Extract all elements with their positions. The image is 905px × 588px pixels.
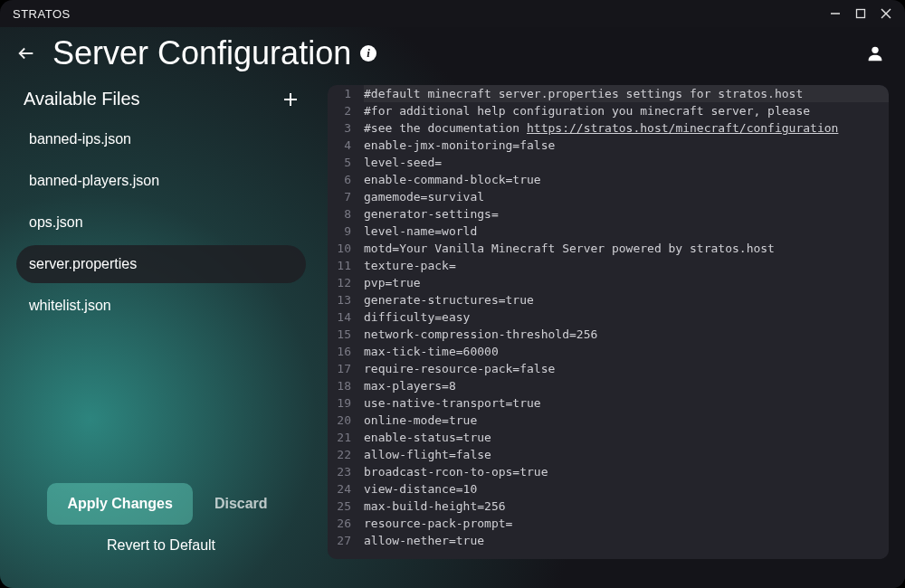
line-content[interactable]: max-build-height=256	[364, 498, 889, 515]
user-icon[interactable]	[865, 43, 887, 65]
code-editor[interactable]: 1#default minecraft server.properties se…	[328, 85, 889, 559]
editor-line[interactable]: 5level-seed=	[328, 154, 889, 171]
editor-line[interactable]: 17require-resource-pack=false	[328, 360, 889, 377]
editor-line[interactable]: 26resource-pack-prompt=	[328, 515, 889, 532]
line-number: 10	[328, 240, 364, 257]
line-number: 25	[328, 498, 364, 515]
line-content[interactable]: generator-settings=	[364, 205, 889, 223]
editor-line[interactable]: 20online-mode=true	[328, 412, 889, 429]
line-content[interactable]: difficulty=easy	[364, 308, 889, 326]
line-content[interactable]: #for additional help configuration you m…	[364, 102, 889, 119]
line-number: 17	[328, 360, 364, 377]
line-number: 2	[328, 102, 364, 119]
line-content[interactable]: allow-flight=false	[364, 446, 889, 463]
editor-scroll[interactable]: 1#default minecraft server.properties se…	[328, 85, 889, 559]
file-item[interactable]: banned-ips.json	[16, 120, 306, 158]
line-number: 9	[328, 223, 364, 240]
line-content[interactable]: allow-nether=true	[364, 532, 889, 549]
editor-line[interactable]: 19use-native-transport=true	[328, 394, 889, 412]
line-number: 13	[328, 291, 364, 308]
line-content[interactable]: use-native-transport=true	[364, 394, 889, 412]
editor-line[interactable]: 12pvp=true	[328, 274, 889, 291]
minimize-icon[interactable]	[829, 7, 842, 20]
apply-button[interactable]: Apply Changes	[47, 483, 192, 525]
editor-line[interactable]: 7gamemode=survival	[328, 188, 889, 205]
line-number: 14	[328, 308, 364, 326]
line-number: 20	[328, 412, 364, 429]
line-number: 19	[328, 394, 364, 412]
line-content[interactable]: enable-jmx-monitoring=false	[364, 137, 889, 154]
line-number: 27	[328, 532, 364, 549]
line-content[interactable]: texture-pack=	[364, 257, 889, 274]
editor-line[interactable]: 24view-distance=10	[328, 480, 889, 498]
editor-line[interactable]: 1#default minecraft server.properties se…	[328, 85, 889, 102]
close-icon[interactable]	[880, 7, 892, 20]
editor-line[interactable]: 18max-players=8	[328, 377, 889, 394]
editor-line[interactable]: 8generator-settings=	[328, 205, 889, 223]
line-content[interactable]: gamemode=survival	[364, 188, 889, 205]
editor-line[interactable]: 11texture-pack=	[328, 257, 889, 274]
page-title-text: Server Configuration	[52, 34, 351, 72]
editor-line[interactable]: 23broadcast-rcon-to-ops=true	[328, 463, 889, 480]
line-number: 24	[328, 480, 364, 498]
editor-line[interactable]: 9level-name=world	[328, 223, 889, 240]
revert-button[interactable]: Revert to Default	[107, 537, 215, 554]
info-icon[interactable]: i	[360, 45, 376, 62]
line-number: 26	[328, 515, 364, 532]
editor-line[interactable]: 14difficulty=easy	[328, 308, 889, 326]
add-file-icon[interactable]	[282, 91, 299, 108]
editor-line[interactable]: 13generate-structures=true	[328, 291, 889, 308]
line-content[interactable]: view-distance=10	[364, 480, 889, 498]
discard-button[interactable]: Discard	[207, 483, 275, 525]
editor-line[interactable]: 3#see the documentation https://stratos.…	[328, 119, 889, 137]
line-number: 1	[328, 85, 364, 102]
editor-line[interactable]: 4enable-jmx-monitoring=false	[328, 137, 889, 154]
line-content[interactable]: max-tick-time=60000	[364, 343, 889, 360]
file-item[interactable]: banned-players.json	[16, 162, 306, 200]
sidebar-header: Available Files	[16, 85, 306, 120]
editor-line[interactable]: 15network-compression-threshold=256	[328, 326, 889, 343]
editor-line[interactable]: 25max-build-height=256	[328, 498, 889, 515]
window-title: STRATOS	[13, 7, 71, 21]
line-number: 12	[328, 274, 364, 291]
line-number: 23	[328, 463, 364, 480]
file-item[interactable]: ops.json	[16, 204, 306, 242]
line-content[interactable]: require-resource-pack=false	[364, 360, 889, 377]
editor-line[interactable]: 2#for additional help configuration you …	[328, 102, 889, 119]
line-number: 5	[328, 154, 364, 171]
window-controls	[829, 7, 892, 20]
line-number: 21	[328, 429, 364, 446]
page-title: Server Configuration i	[52, 34, 376, 72]
file-list: banned-ips.jsonbanned-players.jsonops.js…	[16, 120, 306, 470]
line-content[interactable]: pvp=true	[364, 274, 889, 291]
editor-line[interactable]: 6enable-command-block=true	[328, 171, 889, 188]
line-number: 4	[328, 137, 364, 154]
line-content[interactable]: max-players=8	[364, 377, 889, 394]
editor-line[interactable]: 10motd=Your Vanilla Minecraft Server pow…	[328, 240, 889, 257]
line-content[interactable]: motd=Your Vanilla Minecraft Server power…	[364, 240, 889, 257]
line-content[interactable]: enable-status=true	[364, 429, 889, 446]
line-number: 18	[328, 377, 364, 394]
line-content[interactable]: #see the documentation https://stratos.h…	[364, 119, 889, 137]
line-content[interactable]: #default minecraft server.properties set…	[364, 85, 889, 102]
line-number: 16	[328, 343, 364, 360]
line-content[interactable]: resource-pack-prompt=	[364, 515, 889, 532]
line-content[interactable]: online-mode=true	[364, 412, 889, 429]
line-content[interactable]: network-compression-threshold=256	[364, 326, 889, 343]
file-item[interactable]: server.properties	[16, 245, 306, 283]
line-content[interactable]: enable-command-block=true	[364, 171, 889, 188]
editor-line[interactable]: 27allow-nether=true	[328, 532, 889, 549]
editor-line[interactable]: 16max-tick-time=60000	[328, 343, 889, 360]
line-content[interactable]: level-name=world	[364, 223, 889, 240]
line-number: 6	[328, 171, 364, 188]
line-content[interactable]: generate-structures=true	[364, 291, 889, 308]
back-arrow-icon[interactable]	[16, 43, 36, 63]
editor-line[interactable]: 22allow-flight=false	[328, 446, 889, 463]
editor-line[interactable]: 21enable-status=true	[328, 429, 889, 446]
file-item[interactable]: whitelist.json	[16, 287, 306, 325]
maximize-icon[interactable]	[854, 7, 867, 20]
svg-rect-1	[857, 10, 865, 18]
app-window: STRATOS Server Configuration i	[0, 0, 905, 588]
line-content[interactable]: broadcast-rcon-to-ops=true	[364, 463, 889, 480]
line-content[interactable]: level-seed=	[364, 154, 889, 171]
